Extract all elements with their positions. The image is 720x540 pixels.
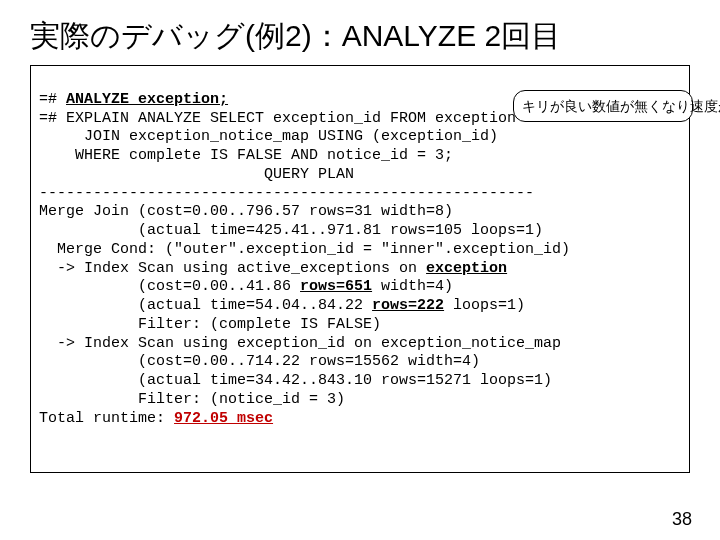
line-6: ----------------------------------------… bbox=[39, 185, 534, 202]
line-1a: =# bbox=[39, 91, 66, 108]
line-5: QUERY PLAN bbox=[39, 166, 354, 183]
line-17: Filter: (notice_id = 3) bbox=[39, 391, 345, 408]
line-10a: -> Index Scan using active_exceptions on bbox=[39, 260, 426, 277]
line-11b: rows=651 bbox=[300, 278, 372, 295]
page-number: 38 bbox=[672, 509, 692, 530]
line-3: JOIN exception_notice_map USING (excepti… bbox=[39, 128, 498, 145]
slide-title: 実際のデバッグ(例2)：ANALYZE 2回目 bbox=[30, 16, 690, 57]
line-2: =# EXPLAIN ANALYZE SELECT exception_id F… bbox=[39, 110, 516, 127]
callout-note: キリが良い数値が無くなり速度が改善。ただし、見積の誤差が増加した理由は謎... bbox=[513, 90, 693, 122]
line-9: Merge Cond: ("outer".exception_id = "inn… bbox=[39, 241, 570, 258]
line-18a: Total runtime: bbox=[39, 410, 174, 427]
line-18b: 972.05 msec bbox=[174, 410, 273, 427]
line-1b: ANALYZE exception; bbox=[66, 91, 228, 108]
line-10b: exception bbox=[426, 260, 507, 277]
line-12a: (actual time=54.04..84.22 bbox=[39, 297, 372, 314]
line-8: (actual time=425.41..971.81 rows=105 loo… bbox=[39, 222, 543, 239]
line-11a: (cost=0.00..41.86 bbox=[39, 278, 300, 295]
query-plan-box: =# ANALYZE exception; =# EXPLAIN ANALYZE… bbox=[30, 65, 690, 473]
line-12c: loops=1) bbox=[444, 297, 525, 314]
line-14: -> Index Scan using exception_id on exce… bbox=[39, 335, 561, 352]
line-7: Merge Join (cost=0.00..796.57 rows=31 wi… bbox=[39, 203, 453, 220]
line-13: Filter: (complete IS FALSE) bbox=[39, 316, 381, 333]
line-12b: rows=222 bbox=[372, 297, 444, 314]
line-15: (cost=0.00..714.22 rows=15562 width=4) bbox=[39, 353, 480, 370]
line-4: WHERE complete IS FALSE AND notice_id = … bbox=[39, 147, 453, 164]
line-16: (actual time=34.42..843.10 rows=15271 lo… bbox=[39, 372, 552, 389]
line-11c: width=4) bbox=[372, 278, 453, 295]
